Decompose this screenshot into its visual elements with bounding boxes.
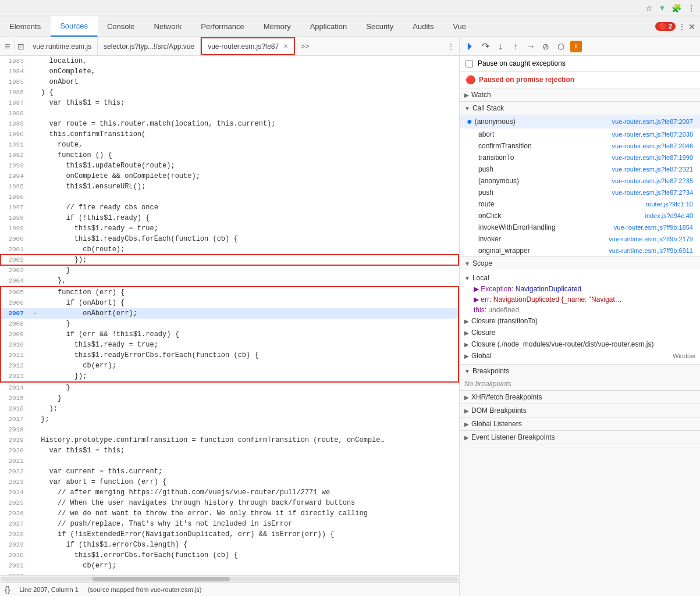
star-icon[interactable]: ☆ [645,3,653,13]
line-number[interactable]: 2012 [1,361,30,371]
scope-header[interactable]: ▼ Scope [460,257,700,270]
line-number[interactable]: 2019 [1,435,30,445]
line-number[interactable]: 1989 [1,119,30,129]
line-number[interactable]: 1991 [1,140,30,150]
line-number[interactable]: 2018 [1,424,30,435]
line-number[interactable]: 2010 [1,340,30,350]
file-reference[interactable]: router.js?9fc1:10 [646,201,693,208]
pause-exceptions-btn[interactable]: ⬡ [555,42,567,51]
scope-exception-item[interactable]: ▶ Exception: NavigationDuplicated [460,284,700,294]
file-reference[interactable]: vue-router.esm.js?fe87:2321 [612,166,693,173]
resume-btn[interactable]: ⏵ [464,40,476,52]
call-stack-item[interactable]: invokervue-runtime.esm.js?ff9b:2179 [460,233,700,245]
line-number[interactable]: 2016 [1,404,30,414]
line-number[interactable]: 2021 [1,456,30,466]
gl-header[interactable]: ▶ Global Listeners [460,417,700,430]
hscroll-thumb[interactable] [93,577,230,581]
line-number[interactable]: 2013 [1,371,30,382]
tab-memory[interactable]: Memory [254,16,301,37]
call-stack-item[interactable]: pushvue-router.esm.js?fe87:2734 [460,187,700,198]
call-stack-header[interactable]: ▼ Call Stack [460,102,700,115]
tab-audits[interactable]: Audits [403,16,443,37]
tab-sources[interactable]: Sources [51,16,98,37]
call-stack-item[interactable]: (anonymous)vue-router.esm.js?fe87:2735 [460,175,700,187]
file-tab-selector[interactable]: selector.js?typ...!/src/App.vue [98,37,201,55]
line-number[interactable]: 2030 [1,550,30,561]
code-editor[interactable]: 1983 location,1984 onComplete,1985 onAbo… [0,56,459,575]
line-number[interactable]: 2005 [1,287,30,298]
call-stack-item[interactable]: original_wrappervue-runtime.esm.js?ff9b:… [460,245,700,256]
file-reference[interactable]: vue-runtime.esm.js?ff9b:2179 [609,235,693,242]
tab-network[interactable]: Network [145,16,192,37]
line-number[interactable]: 2022 [1,466,30,477]
line-number[interactable]: 1986 [1,87,30,98]
tab-vue[interactable]: Vue [443,16,476,37]
xhr-header[interactable]: ▶ XHR/fetch Breakpoints [460,391,700,404]
line-number[interactable]: 2029 [1,540,30,550]
line-number[interactable]: 1984 [1,66,30,77]
call-stack-item[interactable]: pushvue-router.esm.js?fe87:2321 [460,163,700,175]
file-tab-vue-runtime[interactable]: vue.runtime.esm.js [27,37,98,55]
tab-performance[interactable]: Performance [191,16,254,37]
line-number[interactable]: 2031 [1,561,30,571]
step-out-btn[interactable]: ↑ [510,41,521,52]
devtools-more-menu[interactable]: ⋮ [678,22,686,31]
file-tab-vue-router[interactable]: vue-router.esm.js?fe87 ✕ [201,37,295,55]
file-reference[interactable]: vue-router.esm.js?fe87:2038 [612,131,693,138]
sources-sidebar-toggle[interactable]: ≡ [0,37,15,55]
line-number[interactable]: 1995 [1,181,30,192]
line-number[interactable]: 2014 [1,382,30,393]
tab-security[interactable]: Security [357,16,403,37]
line-number[interactable]: 2009 [1,329,30,340]
file-reference[interactable]: index.js?d94c:40 [645,212,693,219]
line-number[interactable]: 1997 [1,202,30,213]
sources-collapse-icon[interactable]: ⊡ [15,42,27,51]
line-number[interactable]: 2002 [1,255,30,265]
line-number[interactable]: 1999 [1,223,30,234]
dom-header[interactable]: ▶ DOM Breakpoints [460,404,700,417]
hscroll-track[interactable] [1,577,458,581]
call-stack-item[interactable]: confirmTransitionvue-router.esm.js?fe87:… [460,140,700,152]
line-number[interactable]: 1990 [1,129,30,140]
watch-section-header[interactable]: ▶ Watch [460,88,700,101]
line-number[interactable]: 2008 [1,319,30,329]
line-number[interactable]: 2000 [1,234,30,244]
scope-this-item[interactable]: this: undefined [460,305,700,315]
call-stack-item[interactable]: onClickindex.js?d94c:40 [460,210,700,222]
scope-closure[interactable]: ▶ Closure [460,327,700,338]
scope-err-item[interactable]: ▶ err: NavigationDuplicated {_name: "Nav… [460,294,700,305]
line-number[interactable]: 2020 [1,445,30,456]
call-stack-item[interactable]: ●(anonymous)vue-router.esm.js?fe87:2007 [460,115,700,129]
scope-local-group[interactable]: ▼ Local [460,272,700,284]
file-reference[interactable]: vue-router.esm.js?fe87:2734 [612,189,693,196]
line-number[interactable]: 2001 [1,244,30,255]
breakpoints-header[interactable]: ▼ Breakpoints [460,365,700,377]
file-reference[interactable]: vue-router.esm.js?fe87:1990 [612,154,693,161]
step-btn[interactable]: → [525,41,536,52]
line-number[interactable]: 2011 [1,350,30,361]
file-reference[interactable]: vue-router.esm.js?fe87:2007 [612,118,693,125]
tab-elements[interactable]: Elements [0,16,51,37]
call-stack-item[interactable]: abortvue-router.esm.js?fe87:2038 [460,129,700,140]
step-into-btn[interactable]: ↓ [495,41,506,52]
line-number[interactable]: 1996 [1,192,30,202]
sources-tabs-end-icon[interactable]: ⋮ [443,42,459,51]
file-tab-close-btn[interactable]: ✕ [283,43,288,49]
file-reference[interactable]: vue-router.esm.js?ff9b:1854 [614,224,693,231]
line-number[interactable]: 2027 [1,519,30,529]
line-number[interactable]: 1985 [1,77,30,87]
el-header[interactable]: ▶ Event Listener Breakpoints [460,431,700,444]
line-number[interactable]: 2026 [1,508,30,519]
line-number[interactable]: 2007 [1,308,30,319]
line-number[interactable]: 1988 [1,108,30,119]
scope-closure-node-modules[interactable]: ▶ Closure (./node_modules/vue-router/dis… [460,338,700,350]
line-number[interactable]: 2003 [1,265,30,276]
curly-braces-icon[interactable]: {} [5,585,10,594]
vue-devtools-icon[interactable]: ▼ [659,4,666,12]
file-reference[interactable]: vue-runtime.esm.js?ff9b:6911 [609,247,693,254]
code-horizontal-scrollbar[interactable] [0,575,459,582]
call-stack-item[interactable]: invokeWithErrorHandlingvue-router.esm.js… [460,222,700,233]
line-number[interactable]: 1994 [1,171,30,181]
line-number[interactable]: 2004 [1,276,30,287]
extensions-icon[interactable]: 🧩 [671,3,681,13]
